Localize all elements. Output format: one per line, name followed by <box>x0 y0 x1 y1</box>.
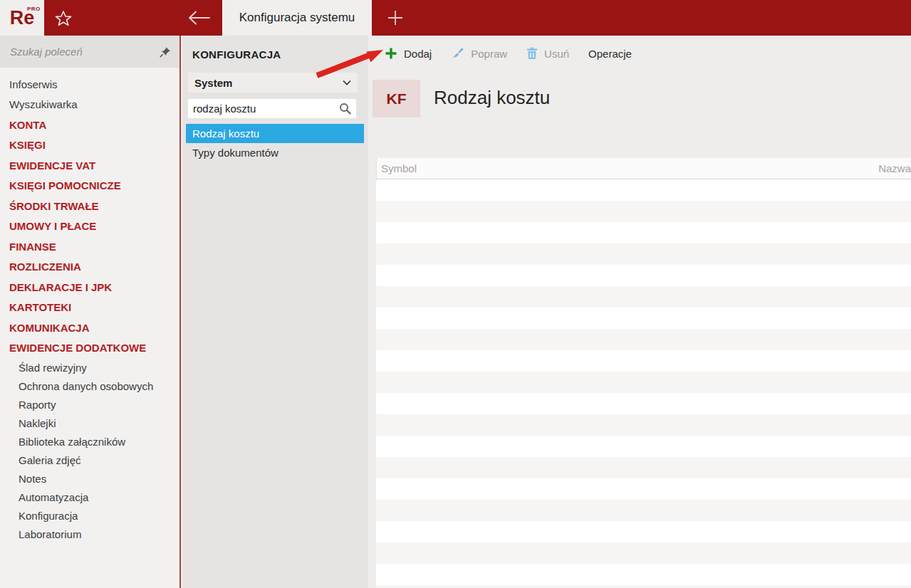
sidebar-item[interactable]: KSIĘGI POMOCNICZE <box>0 176 179 196</box>
table-row[interactable] <box>376 329 911 350</box>
sidebar-item[interactable]: EWIDENCJE DODATKOWE <box>0 338 179 359</box>
table-row[interactable] <box>376 265 911 286</box>
sidebar-item[interactable]: KSIĘGI <box>0 135 179 156</box>
edit-button-label: Popraw <box>471 48 507 60</box>
main-menu-sidebar: Szukaj poleceń Infoserwis Wyszukiwarka K… <box>0 36 181 588</box>
top-bar: Re PRO Konfiguracja systemu <box>0 0 911 36</box>
sidebar-item[interactable]: Automatyzacja <box>0 488 179 506</box>
sidebar-item[interactable]: Biblioteka załączników <box>0 432 179 451</box>
sidebar-item[interactable]: KOMUNIKACJA <box>0 317 179 338</box>
category-dropdown[interactable]: System <box>188 73 358 93</box>
app-logo-pro-badge: PRO <box>27 6 41 12</box>
table-row[interactable] <box>376 372 911 393</box>
toolbar: Dodaj Popraw Usuń O <box>368 36 911 71</box>
sidebar-item[interactable]: Ochrona danych osobowych <box>0 377 179 395</box>
favorites-star-icon[interactable] <box>54 9 73 28</box>
panel-title: KONFIGURACJA <box>192 48 368 61</box>
panel-search-input[interactable]: rodzaj kosztu <box>188 99 356 118</box>
add-button-label: Dodaj <box>404 48 432 60</box>
sidebar-item[interactable]: UMOWY I PŁACE <box>0 216 179 237</box>
table-row[interactable] <box>376 457 911 478</box>
panel-list-item-label: Typy dokumentów <box>192 147 278 159</box>
search-icon[interactable] <box>339 103 351 115</box>
sidebar-item-label: ŚRODKI TRWAŁE <box>9 200 99 212</box>
sidebar-nav: Infoserwis Wyszukiwarka KONTA KSIĘGI EWI… <box>0 68 179 543</box>
command-search-input[interactable]: Szukaj poleceń <box>0 36 179 68</box>
sidebar-item-label: Wyszukiwarka <box>9 98 78 110</box>
table-row[interactable] <box>376 179 911 201</box>
entity-badge: KF <box>373 80 420 117</box>
sidebar-item[interactable]: Laboratorium <box>0 525 179 543</box>
table-row[interactable] <box>376 414 911 436</box>
sidebar-item[interactable]: FINANSE <box>0 236 179 257</box>
sidebar-item[interactable]: Wyszukiwarka <box>0 95 179 115</box>
category-dropdown-value: System <box>194 77 232 89</box>
sidebar-item[interactable]: KONTA <box>0 115 179 135</box>
delete-button[interactable]: Usuń <box>526 47 569 60</box>
configuration-panel: KONFIGURACJA System rodzaj kosztu Rodzaj… <box>182 36 368 588</box>
sidebar-item[interactable]: Konfiguracja <box>0 506 179 525</box>
table-row[interactable] <box>376 521 911 542</box>
sidebar-item[interactable]: ROZLICZENIA <box>0 257 179 278</box>
sidebar-item-label: Galeria zdjęć <box>19 454 81 466</box>
sidebar-item[interactable]: Notes <box>0 469 179 488</box>
grid-column-header[interactable]: Nazwa <box>874 158 911 179</box>
table-row[interactable] <box>376 564 911 585</box>
sidebar-item[interactable]: EWIDENCJE VAT <box>0 155 179 176</box>
operations-menu-button[interactable]: Operacje <box>588 48 632 60</box>
table-row[interactable] <box>376 201 911 222</box>
table-row[interactable] <box>376 308 911 329</box>
panel-search-value: rodzaj kosztu <box>193 103 339 115</box>
sidebar-item-label: Automatyzacja <box>19 491 88 503</box>
grid-header: Symbol Nazwa <box>376 158 911 179</box>
table-row[interactable] <box>376 286 911 308</box>
grid-rows <box>376 179 911 588</box>
sidebar-item-label: Ślad rewizyjny <box>19 362 87 374</box>
entity-badge-text: KF <box>387 90 407 107</box>
table-row[interactable] <box>376 478 911 500</box>
sidebar-item[interactable]: Naklejki <box>0 414 179 432</box>
app-logo[interactable]: Re PRO <box>0 0 44 36</box>
sidebar-item[interactable]: ŚRODKI TRWAŁE <box>0 196 179 216</box>
table-row[interactable] <box>376 500 911 521</box>
edit-button[interactable]: Popraw <box>451 47 507 60</box>
table-row[interactable] <box>376 222 911 243</box>
sidebar-item[interactable]: Galeria zdjęć <box>0 451 179 469</box>
sidebar-item[interactable]: Raporty <box>0 395 179 414</box>
grid-column-label: Symbol <box>381 162 417 174</box>
grid-column-header[interactable]: Symbol <box>376 158 874 179</box>
sidebar-item[interactable]: Infoserwis <box>0 74 179 95</box>
panel-list-item[interactable]: Typy dokumentów <box>186 143 364 162</box>
sidebar-item-label: KSIĘGI <box>9 139 46 151</box>
sidebar-item-label: UMOWY I PŁACE <box>9 220 96 232</box>
table-row[interactable] <box>376 243 911 265</box>
sidebar-item[interactable]: KARTOTEKI <box>0 298 179 318</box>
table-row[interactable] <box>376 350 911 372</box>
command-search-placeholder: Szukaj poleceń <box>10 46 160 58</box>
sidebar-item-label: KONTA <box>9 119 46 131</box>
table-row[interactable] <box>376 393 911 414</box>
table-row[interactable] <box>376 585 911 588</box>
chevron-down-icon <box>343 80 351 85</box>
sidebar-item-label: Notes <box>19 473 46 485</box>
add-button[interactable]: Dodaj <box>385 47 432 60</box>
sidebar-item[interactable]: Ślad rewizyjny <box>0 358 179 377</box>
new-tab-plus-icon[interactable] <box>387 9 404 26</box>
panel-list-item[interactable]: Rodzaj kosztu <box>186 124 364 143</box>
table-row[interactable] <box>376 436 911 457</box>
main-content: Dodaj Popraw Usuń O <box>368 36 911 588</box>
back-arrow-icon[interactable] <box>185 8 212 28</box>
panel-list-item-label: Rodzaj kosztu <box>192 127 259 140</box>
table-row[interactable] <box>376 542 911 564</box>
delete-button-label: Usuń <box>544 48 569 60</box>
sidebar-item-label: Raporty <box>19 399 56 411</box>
edit-brush-icon <box>451 47 464 60</box>
grid-column-label: Nazwa <box>878 162 911 174</box>
operations-button-label: Operacje <box>588 48 632 60</box>
panel-item-list: Rodzaj kosztu Typy dokumentów <box>182 124 368 162</box>
sidebar-item-label: Biblioteka załączników <box>19 436 125 448</box>
add-plus-icon <box>385 47 397 60</box>
sidebar-item[interactable]: DEKLARACJE I JPK <box>0 277 179 298</box>
tab-konfiguracja-systemu[interactable]: Konfiguracja systemu <box>222 0 372 36</box>
pin-icon[interactable] <box>160 46 171 58</box>
